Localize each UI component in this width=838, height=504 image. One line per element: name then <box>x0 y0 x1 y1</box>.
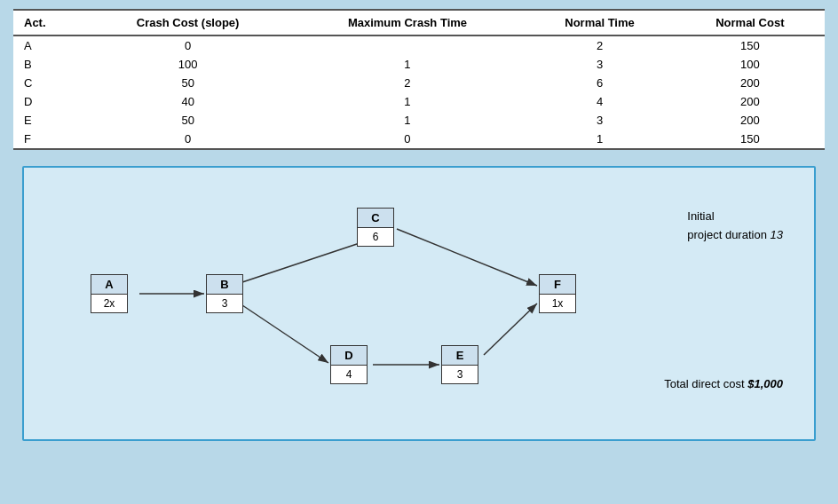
cell-max-crash: 1 <box>291 111 525 130</box>
info-duration: 13 <box>771 228 783 241</box>
node-b-label: B <box>207 275 242 295</box>
info-line2-text: project duration <box>687 228 767 241</box>
node-c-label: C <box>358 209 393 228</box>
node-e: E 3 <box>441 345 478 384</box>
col-header-normal-cost: Normal Cost <box>676 10 825 35</box>
cell-normal-cost: 200 <box>676 74 825 92</box>
cell-max-crash <box>291 35 525 55</box>
diagram-section: A 2x B 3 C 6 D 4 E 3 F 1x Initia <box>22 166 816 441</box>
cell-crash-cost: 0 <box>85 35 291 55</box>
data-table: Act. Crash Cost (slope) Maximum Crash Ti… <box>13 9 825 150</box>
node-c-value: 6 <box>358 228 393 246</box>
node-b-value: 3 <box>207 295 242 312</box>
table-row: C 50 2 6 200 <box>13 74 825 92</box>
cell-act: C <box>13 74 85 92</box>
cell-act: F <box>13 130 85 149</box>
cell-crash-cost: 50 <box>85 74 291 92</box>
cell-act: B <box>13 55 85 74</box>
cell-act: E <box>13 111 85 130</box>
table-row: F 0 0 1 150 <box>13 130 825 149</box>
cell-crash-cost: 100 <box>85 55 291 74</box>
col-header-normal-time: Normal Time <box>524 10 675 35</box>
table-row: E 50 1 3 200 <box>13 111 825 130</box>
node-a: A 2x <box>91 274 128 313</box>
cell-max-crash: 1 <box>291 55 525 74</box>
svg-line-3 <box>240 303 328 363</box>
svg-line-4 <box>397 229 537 286</box>
table-section: Act. Crash Cost (slope) Maximum Crash Ti… <box>13 9 825 150</box>
node-e-value: 3 <box>442 366 478 383</box>
node-c: C 6 <box>357 208 394 247</box>
total-cost: Total direct cost $1,000 <box>664 377 783 390</box>
cell-normal-time: 6 <box>524 74 675 92</box>
cell-normal-cost: 100 <box>676 55 825 74</box>
cell-act: A <box>13 35 85 55</box>
cell-crash-cost: 40 <box>85 92 291 111</box>
table-row: B 100 1 3 100 <box>13 55 825 74</box>
total-cost-value: $1,000 <box>747 377 783 390</box>
table-row: D 40 1 4 200 <box>13 92 825 111</box>
info-line1: Initial <box>687 208 783 226</box>
col-header-max-crash: Maximum Crash Time <box>291 10 525 35</box>
cell-normal-time: 3 <box>524 111 675 130</box>
node-d-label: D <box>331 346 367 366</box>
cell-normal-cost: 200 <box>676 92 825 111</box>
diagram-inner: A 2x B 3 C 6 D 4 E 3 F 1x Initia <box>37 181 801 426</box>
table-row: A 0 2 150 <box>13 35 825 55</box>
cell-normal-time: 1 <box>524 130 675 149</box>
col-header-act: Act. <box>13 10 85 35</box>
cell-act: D <box>13 92 85 111</box>
project-info: Initial project duration 13 <box>687 208 783 245</box>
cell-max-crash: 0 <box>291 130 525 149</box>
cell-crash-cost: 50 <box>85 111 291 130</box>
node-a-value: 2x <box>91 295 127 312</box>
node-a-label: A <box>91 275 127 295</box>
node-d: D 4 <box>330 345 368 384</box>
cell-normal-time: 2 <box>524 35 675 55</box>
svg-line-6 <box>484 303 537 355</box>
cell-normal-cost: 150 <box>676 130 825 149</box>
cell-normal-time: 4 <box>524 92 675 111</box>
svg-line-2 <box>240 239 373 283</box>
info-line2: project duration 13 <box>687 226 783 245</box>
cell-crash-cost: 0 <box>85 130 291 149</box>
node-e-label: E <box>442 346 478 366</box>
node-f-label: F <box>540 275 575 295</box>
cell-normal-cost: 150 <box>676 35 825 55</box>
cell-max-crash: 1 <box>291 92 525 111</box>
col-header-crash-cost: Crash Cost (slope) <box>85 10 291 35</box>
cell-normal-cost: 200 <box>676 111 825 130</box>
node-f-value: 1x <box>540 295 575 312</box>
node-b: B 3 <box>206 274 243 313</box>
node-d-value: 4 <box>331 366 367 383</box>
total-cost-label: Total direct cost <box>664 377 744 390</box>
node-f: F 1x <box>539 274 576 313</box>
cell-normal-time: 3 <box>524 55 675 74</box>
cell-max-crash: 2 <box>291 74 525 92</box>
